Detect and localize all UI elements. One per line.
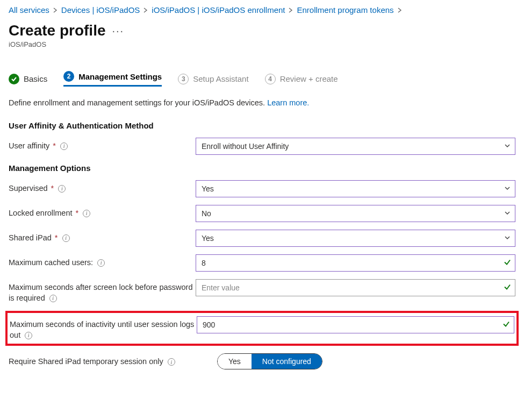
step-label: Management Settings xyxy=(78,72,162,81)
wizard-steps: Basics 2 Management Settings 3 Setup Ass… xyxy=(9,71,515,87)
toggle-option-yes[interactable]: Yes xyxy=(218,354,252,369)
page-subtitle: iOS/iPadOS xyxy=(9,40,515,48)
breadcrumb-all-services[interactable]: All services xyxy=(9,5,49,15)
label-max-inactivity: Maximum seconds of inactivity until user… xyxy=(10,320,194,339)
info-icon[interactable]: i xyxy=(49,295,57,302)
info-icon[interactable]: i xyxy=(60,143,68,150)
info-icon[interactable]: i xyxy=(168,358,175,366)
info-icon[interactable]: i xyxy=(62,234,70,242)
section-heading-affinity: User Affinity & Authentication Method xyxy=(9,121,515,130)
label-require-temp-session: Require Shared iPad temporary session on… xyxy=(9,357,163,366)
breadcrumb: All services Devices | iOS/iPadOS iOS/iP… xyxy=(9,5,515,15)
supervised-select[interactable]: Yes xyxy=(196,180,515,197)
max-cached-users-input[interactable] xyxy=(196,254,515,272)
locked-enrollment-select[interactable]: No xyxy=(196,205,515,222)
required-marker: * xyxy=(55,233,58,242)
step-label: Review + create xyxy=(280,74,338,83)
checkmark-icon xyxy=(503,321,510,330)
select-value: Yes xyxy=(202,184,214,193)
select-value: Yes xyxy=(202,234,214,243)
chevron-down-icon xyxy=(504,184,511,193)
label-supervised: Supervised xyxy=(9,184,48,193)
chevron-right-icon xyxy=(143,5,148,15)
info-icon[interactable]: i xyxy=(25,332,32,339)
step-number-icon: 4 xyxy=(265,74,276,84)
step-basics[interactable]: Basics xyxy=(9,74,47,84)
page-description: Define enrollment and management setting… xyxy=(9,98,515,107)
chevron-right-icon xyxy=(53,5,58,15)
info-icon[interactable]: i xyxy=(97,259,105,267)
label-locked-enrollment: Locked enrollment xyxy=(9,209,73,217)
user-affinity-select[interactable]: Enroll without User Affinity xyxy=(196,138,515,155)
max-seconds-lock-input[interactable] xyxy=(196,279,515,296)
breadcrumb-ios-enrollment[interactable]: iOS/iPadOS | iOS/iPadOS enrollment xyxy=(152,5,285,15)
page-title: Create profile xyxy=(9,22,106,39)
chevron-right-icon xyxy=(397,5,403,15)
step-number-icon: 3 xyxy=(178,74,189,84)
shared-ipad-select[interactable]: Yes xyxy=(196,230,515,247)
required-marker: * xyxy=(51,184,54,193)
label-max-seconds-lock: Maximum seconds after screen lock before… xyxy=(9,283,193,302)
checkmark-icon xyxy=(504,283,511,293)
step-label: Basics xyxy=(24,74,47,83)
step-review-create[interactable]: 4 Review + create xyxy=(265,74,338,84)
select-value: No xyxy=(202,209,211,218)
max-inactivity-input[interactable] xyxy=(197,316,514,333)
breadcrumb-enrollment-tokens[interactable]: Enrollment program tokens xyxy=(297,5,393,15)
step-setup-assistant[interactable]: 3 Setup Assistant xyxy=(178,74,248,84)
info-icon[interactable]: i xyxy=(83,210,90,217)
step-number-icon: 2 xyxy=(63,71,74,82)
section-heading-management: Management Options xyxy=(9,163,515,173)
highlighted-field: Maximum seconds of inactivity until user… xyxy=(5,311,519,346)
more-actions-button[interactable]: ··· xyxy=(112,25,125,36)
label-user-affinity: User affinity xyxy=(9,141,49,150)
label-shared-ipad: Shared iPad xyxy=(9,233,52,242)
select-value: Enroll without User Affinity xyxy=(202,142,289,151)
checkmark-icon xyxy=(504,259,511,268)
required-marker: * xyxy=(53,141,56,150)
required-marker: * xyxy=(76,209,79,217)
chevron-down-icon xyxy=(504,234,511,243)
breadcrumb-devices-ios[interactable]: Devices | iOS/iPadOS xyxy=(61,5,140,15)
checkmark-icon xyxy=(9,74,19,84)
step-label: Setup Assistant xyxy=(193,74,248,83)
chevron-right-icon xyxy=(288,5,293,15)
label-max-cached-users: Maximum cached users: xyxy=(9,258,93,267)
toggle-option-not-configured[interactable]: Not configured xyxy=(252,354,322,369)
learn-more-link[interactable]: Learn more. xyxy=(267,98,309,107)
chevron-down-icon xyxy=(504,209,511,218)
info-icon[interactable]: i xyxy=(58,185,66,193)
chevron-down-icon xyxy=(504,142,511,151)
step-management-settings[interactable]: 2 Management Settings xyxy=(63,71,162,87)
require-temp-session-toggle: Yes Not configured xyxy=(217,353,322,369)
